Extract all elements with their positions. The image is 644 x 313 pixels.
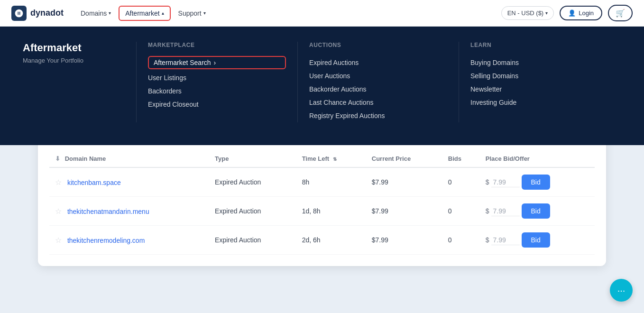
cell-domain-1: ☆ thekitchenatmandarin.menu — [49, 197, 209, 226]
cell-type-1: Expired Auction — [209, 197, 296, 226]
bid-input-group: $ Bid — [486, 232, 589, 248]
table-body: ☆ kitchenbam.space Expired Auction 8h $7… — [49, 167, 595, 255]
nav-right: EN - USD ($) ▾ 👤 Login 🛒 — [501, 5, 633, 21]
backorders-link[interactable]: Backorders — [148, 84, 286, 98]
bid-input-group: $ Bid — [486, 203, 589, 219]
logo-icon — [11, 6, 27, 21]
dropdown-subtitle: Manage Your Portfolio — [23, 57, 125, 64]
cell-domain-0: ☆ kitchenbam.space — [49, 167, 209, 197]
registry-expired-auctions-link[interactable]: Registry Expired Auctions — [309, 109, 447, 122]
dropdown-main-title: Aftermarket — [23, 42, 125, 54]
chevron-up-icon: ▴ — [162, 10, 164, 16]
chevron-down-icon: ▾ — [203, 10, 206, 16]
arrow-right-icon: › — [214, 59, 216, 66]
col-current-price: Current Price — [366, 150, 442, 167]
cell-bids-1: 0 — [442, 197, 480, 226]
cell-type-2: Expired Auction — [209, 226, 296, 255]
cell-bid-action-2: $ Bid — [480, 226, 595, 255]
cell-time-1: 1d, 8h — [296, 197, 366, 226]
cell-domain-2: ☆ thekitchenremodeling.com — [49, 226, 209, 255]
chat-icon: ··· — [617, 285, 626, 296]
nav-domains[interactable]: Domains ▾ — [75, 7, 117, 20]
bid-input[interactable] — [491, 177, 520, 187]
domain-link[interactable]: thekitchenremodeling.com — [67, 237, 145, 244]
login-button[interactable]: 👤 Login — [560, 6, 602, 20]
cell-type-0: Expired Auction — [209, 167, 296, 197]
last-chance-auctions-link[interactable]: Last Chance Auctions — [309, 96, 447, 109]
table-row: ☆ kitchenbam.space Expired Auction 8h $7… — [49, 167, 595, 197]
aftermarket-search-link[interactable]: Aftermarket Search › — [148, 56, 286, 69]
col-bids: Bids — [442, 150, 480, 167]
dropdown-main-section: Aftermarket Manage Your Portfolio — [23, 42, 137, 122]
table-header: ⬇ Domain Name Type Time Left ⇅ Current P… — [49, 150, 595, 167]
domain-link[interactable]: kitchenbam.space — [67, 179, 121, 186]
cell-price-1: $7.99 — [366, 197, 442, 226]
cell-time-0: 8h — [296, 167, 366, 197]
auctions-section-title: Auctions — [309, 42, 447, 48]
cell-bid-action-0: $ Bid — [480, 167, 595, 197]
col-domain-name: ⬇ Domain Name — [49, 150, 209, 167]
cell-price-2: $7.99 — [366, 226, 442, 255]
aftermarket-dropdown: Aftermarket Manage Your Portfolio Market… — [0, 27, 644, 145]
newsletter-link[interactable]: Newsletter — [470, 83, 609, 96]
nav-support[interactable]: Support ▾ — [173, 7, 212, 20]
user-icon: 👤 — [568, 9, 576, 17]
auctions-table: ⬇ Domain Name Type Time Left ⇅ Current P… — [49, 150, 595, 255]
favorite-icon[interactable]: ☆ — [55, 207, 62, 215]
favorite-icon[interactable]: ☆ — [55, 236, 62, 244]
chevron-down-icon: ▾ — [545, 10, 548, 16]
user-listings-link[interactable]: User Listings — [148, 71, 286, 84]
download-icon: ⬇ — [55, 155, 60, 162]
dropdown-grid: Aftermarket Manage Your Portfolio Market… — [23, 42, 620, 122]
investing-guide-link[interactable]: Investing Guide — [470, 96, 609, 109]
expired-closeout-link[interactable]: Expired Closeout — [148, 98, 286, 111]
bid-input-group: $ Bid — [486, 175, 589, 190]
dropdown-learn-section: Learn Buying Domains Selling Domains New… — [459, 42, 620, 122]
cell-bid-action-1: $ Bid — [480, 197, 595, 226]
cell-time-2: 2d, 6h — [296, 226, 366, 255]
table-row: ☆ thekitchenatmandarin.menu Expired Auct… — [49, 197, 595, 226]
domain-link[interactable]: thekitchenatmandarin.menu — [67, 208, 149, 215]
learn-section-title: Learn — [470, 42, 609, 48]
dollar-sign: $ — [486, 207, 489, 215]
favorite-icon[interactable]: ☆ — [55, 178, 62, 186]
bid-button[interactable]: Bid — [522, 203, 550, 219]
expired-auctions-link[interactable]: Expired Auctions — [309, 56, 447, 69]
bid-button[interactable]: Bid — [522, 175, 550, 190]
language-button[interactable]: EN - USD ($) ▾ — [501, 6, 554, 20]
dropdown-auctions-section: Auctions Expired Auctions User Auctions … — [298, 42, 459, 122]
marketplace-section-title: Marketplace — [148, 42, 286, 48]
selling-domains-link[interactable]: Selling Domains — [470, 69, 609, 83]
dollar-sign: $ — [486, 178, 489, 186]
cell-bids-2: 0 — [442, 226, 480, 255]
user-auctions-link[interactable]: User Auctions — [309, 69, 447, 83]
table-row: ☆ thekitchenremodeling.com Expired Aucti… — [49, 226, 595, 255]
bid-input[interactable] — [491, 235, 520, 245]
nav-links: Domains ▾ Aftermarket ▴ Support ▾ — [75, 6, 490, 21]
sort-icon: ⇅ — [333, 156, 337, 162]
bid-input[interactable] — [491, 206, 520, 216]
chevron-down-icon: ▾ — [109, 10, 111, 16]
bid-button[interactable]: Bid — [522, 232, 550, 248]
col-place-bid: Place Bid/Offer — [480, 150, 595, 167]
logo-text: dynadot — [30, 8, 64, 18]
nav-aftermarket[interactable]: Aftermarket ▴ — [119, 6, 170, 21]
navbar: dynadot Domains ▾ Aftermarket ▴ Support … — [0, 0, 644, 27]
col-time-left[interactable]: Time Left ⇅ — [296, 150, 366, 167]
col-type: Type — [209, 150, 296, 167]
cell-price-0: $7.99 — [366, 167, 442, 197]
dropdown-marketplace-section: Marketplace Aftermarket Search › User Li… — [137, 42, 298, 122]
chat-bubble[interactable]: ··· — [610, 279, 633, 302]
cell-bids-0: 0 — [442, 167, 480, 197]
dollar-sign: $ — [486, 236, 489, 244]
buying-domains-link[interactable]: Buying Domains — [470, 56, 609, 69]
backorder-auctions-link[interactable]: Backorder Auctions — [309, 83, 447, 96]
cart-button[interactable]: 🛒 — [608, 5, 633, 21]
logo[interactable]: dynadot — [11, 6, 64, 21]
cart-icon: 🛒 — [616, 9, 625, 17]
